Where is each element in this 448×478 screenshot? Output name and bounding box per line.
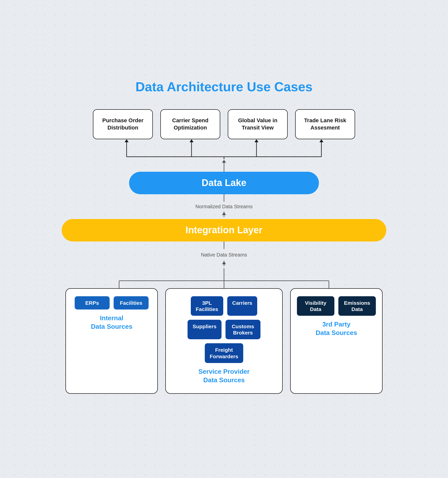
customs-brokers-btn: CustomsBrokers <box>225 320 260 339</box>
svg-marker-14 <box>222 212 226 215</box>
service-buttons: 3PLFacilities Carriers Suppliers Customs… <box>172 296 276 363</box>
native-arrow-bot-svg <box>220 261 228 268</box>
use-cases-row: Purchase OrderDistribution Carrier Spend… <box>59 109 389 139</box>
service-card-label: Service ProviderData Sources <box>198 368 249 384</box>
emissions-data-btn: EmissionsData <box>338 296 376 316</box>
page-container: Data Architecture Use Cases Purchase Ord… <box>49 64 399 414</box>
third-party-buttons: VisibilityData EmissionsData <box>297 296 376 316</box>
svg-marker-4 <box>190 139 194 142</box>
top-connector-svg <box>97 139 351 159</box>
internal-data-sources-card: ERPs Facilities InternalData Sources <box>65 288 158 394</box>
page-title: Data Architecture Use Cases <box>135 79 312 94</box>
branch-connector-svg <box>62 268 386 288</box>
data-sources-row: ERPs Facilities InternalData Sources 3PL… <box>59 288 389 394</box>
erp-btn: ERPs <box>75 296 110 310</box>
service-provider-card: 3PLFacilities Carriers Suppliers Customs… <box>165 288 283 394</box>
dl-arrow-svg <box>220 159 228 172</box>
internal-buttons: ERPs Facilities <box>75 296 149 310</box>
freight-forwarders-btn: FreightForwarders <box>205 343 243 363</box>
svg-marker-11 <box>222 160 226 163</box>
native-streams-label: Native Data Streams <box>201 252 247 258</box>
3pl-btn: 3PLFacilities <box>191 296 223 316</box>
third-party-card-label: 3rd PartyData Sources <box>316 320 357 337</box>
third-party-card: VisibilityData EmissionsData 3rd PartyDa… <box>290 288 383 394</box>
use-case-purchase-order: Purchase OrderDistribution <box>93 109 153 139</box>
use-case-trade-lane: Trade Lane RiskAssesment <box>295 109 355 139</box>
internal-card-label: InternalData Sources <box>91 314 132 331</box>
svg-marker-2 <box>125 139 129 142</box>
integration-layer-label: Integration Layer <box>186 225 262 236</box>
native-arrow-top-svg <box>220 242 228 249</box>
data-lake-box: Data Lake <box>129 172 319 194</box>
svg-marker-8 <box>319 139 323 142</box>
norm-arrow-top-svg <box>220 194 228 202</box>
norm-arrow-bot-svg <box>220 212 228 219</box>
normalized-streams-label: Normalized Data Streams <box>196 204 253 210</box>
use-case-carrier-spend: Carrier SpendOptimization <box>160 109 220 139</box>
carriers-btn: Carriers <box>227 296 257 316</box>
svg-marker-6 <box>254 139 258 142</box>
visibility-data-btn: VisibilityData <box>297 296 334 316</box>
integration-layer-box: Integration Layer <box>62 219 386 242</box>
data-lake-label: Data Lake <box>202 178 246 188</box>
use-case-global-value: Global Value inTransit View <box>228 109 288 139</box>
facilities-btn: Facilities <box>114 296 149 310</box>
svg-marker-17 <box>222 261 226 264</box>
suppliers-btn: Suppliers <box>188 320 222 339</box>
